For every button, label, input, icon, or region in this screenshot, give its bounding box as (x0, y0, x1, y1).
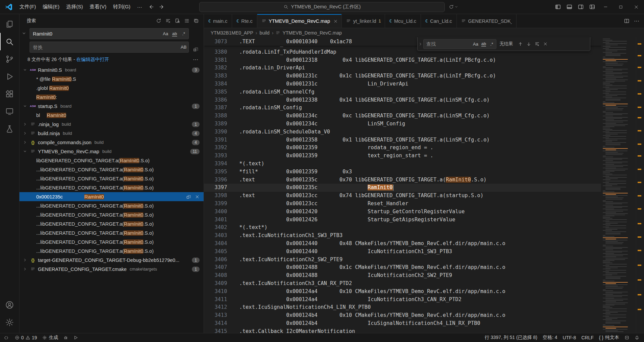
find-close-icon[interactable] (541, 40, 550, 48)
cmake-build-button[interactable]: 生成 (40, 333, 61, 342)
language-mode-indicator[interactable]: { } 纯文本 (596, 333, 622, 342)
code-line[interactable]: 3396 .text 0x0001235c 0x70 libGENERATED_… (204, 176, 601, 184)
customize-layout-icon[interactable] (586, 2, 598, 12)
toggle-search-details-icon[interactable]: ··· (192, 56, 200, 64)
chevron-right-icon[interactable] (23, 258, 30, 262)
code-line[interactable]: 3406 .text.IcuNotificationCh2_SW2_PTE9 (204, 256, 601, 264)
chevron-down-icon[interactable] (23, 149, 30, 154)
chevron-right-icon[interactable] (23, 131, 30, 135)
find-match-case-icon[interactable]: Aa (472, 40, 479, 48)
split-editor-icon[interactable] (622, 16, 631, 26)
editor-tab[interactable]: GENERATED_SDK_TARGET (457, 14, 517, 28)
tab-close-icon[interactable] (332, 18, 339, 24)
activity-extensions-icon[interactable] (0, 85, 19, 103)
encoding-indicator[interactable]: UTF-8 (560, 333, 579, 342)
search-match-row[interactable]: ...libGENERATED_CONFIG_TARGET.a(RamInit0… (19, 237, 204, 246)
replace-input[interactable] (33, 45, 179, 50)
minimap[interactable] (601, 37, 636, 333)
code-line[interactable]: 3390 .rodata.LinSM_ScheduleData_V0 (204, 128, 601, 136)
code-line[interactable]: 3400 0x00012420 Startup_GetControlRegist… (204, 208, 601, 216)
menu-goto[interactable]: 转到(G) (110, 2, 134, 12)
window-maximize-button[interactable] (613, 0, 629, 14)
overview-ruler-scrollbar[interactable] (636, 37, 644, 333)
find-previous-icon[interactable] (516, 40, 525, 48)
editor-tab[interactable]: CRte.c (232, 14, 257, 28)
code-line[interactable]: 3381 0x00012318 0x4 libGENERATED_CONFIG_… (204, 56, 601, 64)
editor-tab[interactable]: Cmain.c (204, 14, 232, 28)
find-input[interactable] (426, 41, 472, 47)
code-line[interactable]: 3404 0x00012440 0x48 CMakeFiles/YTMEVB_D… (204, 240, 601, 248)
search-result-file-row[interactable]: YTMEVB_Demo_RevC.mapbuild11 (19, 147, 204, 156)
search-result-file-row[interactable]: ASMstartup.Sboard1 (19, 102, 204, 111)
remote-indicator[interactable] (0, 333, 12, 342)
find-next-icon[interactable] (525, 40, 533, 48)
breadcrumb-item-file[interactable]: YTMEVB_Demo_RevC.map (282, 30, 342, 36)
code-line[interactable]: 3412 .text.IcuSignalNotificationCh4_LIN_… (204, 303, 601, 311)
menu-file[interactable]: 文件(F) (16, 2, 39, 12)
editor-tab[interactable]: CCan_Lld.c (421, 14, 457, 28)
search-match-row[interactable]: ...libGENERATED_CONFIG_TARGET.a(RamInit0… (19, 210, 204, 219)
chevron-right-icon[interactable] (23, 122, 30, 126)
search-match-row[interactable]: ...libGENERATED_CONFIG_TARGET.a(RamInit0… (19, 219, 204, 228)
cmake-debug-button[interactable] (61, 333, 71, 342)
code-line[interactable]: 3389 0x0001234c LinSM_Config (204, 120, 601, 128)
code-line[interactable]: 3414 0x000124b4 IcuSignalNotificationCh4… (204, 320, 601, 328)
match-case-icon[interactable]: Aa (161, 30, 170, 38)
menu-more[interactable]: ··· (134, 2, 146, 11)
indentation-indicator[interactable]: 空格: 4 (540, 333, 560, 342)
code-line[interactable]: 3410 0x000124a4 0x10 CMakeFiles/YTMEVB_D… (204, 288, 601, 296)
code-line[interactable]: 3384 0x0001231c Lin_DriverApi (204, 80, 601, 88)
search-match-row[interactable]: ...libGENERATED_CONFIG_TARGET.a(RamInit0… (19, 201, 204, 210)
code-line[interactable]: 3394 *(.text) (204, 160, 601, 168)
menu-view[interactable]: 查看(V) (86, 2, 110, 12)
breadcrumb-item-project[interactable]: YTM32B1ME0_APP (211, 30, 253, 36)
editor-tab[interactable]: YTMEVB_Demo_RevC.map (257, 14, 342, 28)
search-match-row[interactable]: ...libGENERATED_CONFIG_TARGET.a(RamInit0… (19, 165, 204, 174)
problems-indicator[interactable]: 0 19 (12, 333, 40, 342)
account-icon[interactable] (0, 296, 19, 314)
code-line[interactable]: 3388 0x0001234c 0xc libGENERATED_CONFIG_… (204, 112, 601, 120)
activity-test-icon[interactable] (0, 120, 19, 137)
code-line[interactable]: 3415 .text.Callback_I2c0MasterNotificati… (204, 328, 601, 333)
eol-indicator[interactable]: CRLF (579, 333, 596, 342)
find-toggle-replace-chevron-icon[interactable] (418, 37, 423, 51)
replace-all-icon[interactable] (192, 45, 200, 53)
search-match-row[interactable]: RamInit0: (19, 93, 204, 102)
code-line[interactable]: 3405 0x00012440 IcuNotificationCh1_SW3_P… (204, 248, 601, 256)
chevron-right-icon[interactable] (23, 267, 30, 271)
search-result-file-row[interactable]: .ninja_logbuild1 (19, 120, 204, 129)
notifications-bell-icon[interactable] (632, 333, 642, 342)
expand-all-icon[interactable] (182, 17, 191, 25)
code-line[interactable]: 3398 .text 0x000123cc 0x74 libGENERATED_… (204, 192, 601, 200)
window-close-button[interactable] (629, 0, 644, 14)
code-line[interactable]: 3382 .rodata.Lin_DriverApi (204, 64, 601, 72)
replace-match-icon[interactable] (185, 193, 192, 201)
chevron-down-icon[interactable] (23, 104, 30, 108)
code-line[interactable]: 3391 0x00012358 0x1 libGENERATED_CONFIG_… (204, 136, 601, 144)
code-line[interactable]: 3386 0x00012338 0x14 libGENERATED_CONFIG… (204, 96, 601, 104)
toggle-panel-icon[interactable] (564, 2, 575, 12)
collapse-all-icon[interactable] (192, 17, 200, 25)
code-line[interactable]: 3407 0x00012488 0x1c CMakeFiles/YTMEVB_D… (204, 264, 601, 272)
command-center-search[interactable]: YTMEVB_Demo_RevC (工作区) (199, 2, 445, 12)
search-result-file-row[interactable]: ASMRamInit0.Sboard3 (19, 65, 204, 74)
navigate-forward-icon[interactable] (157, 2, 167, 12)
code-line[interactable]: 3403 .text.IcuNotificationCh1_SW3_PTB3 (204, 232, 601, 240)
search-input[interactable] (33, 31, 161, 37)
window-minimize-button[interactable] (598, 0, 613, 14)
toggle-secondary-sidebar-icon[interactable] (575, 2, 586, 12)
cmake-launch-button[interactable] (71, 333, 81, 342)
code-line[interactable]: 3413 0x000124b4 0x10 CMakeFiles/YTMEVB_D… (204, 311, 601, 320)
menu-edit[interactable]: 编辑(E) (39, 2, 63, 12)
code-line[interactable]: 3392 0x00012359 rodata_region_end = . (204, 144, 601, 152)
activity-search-icon[interactable] (0, 33, 19, 50)
code-pane[interactable]: 3073 .TEXT 0x00010340 0x1ac78 3379 .roda… (204, 37, 601, 333)
feedback-icon[interactable] (622, 333, 632, 342)
editor-tab[interactable]: yt_linker.ld1 (342, 14, 385, 28)
breadcrumb-item-folder[interactable]: build (260, 30, 270, 36)
search-match-row[interactable]: ...libGENERATED_CONFIG_TARGET.a(RamInit0… (19, 174, 204, 183)
search-result-file-row[interactable]: {}compile_commands.jsonbuild4 (19, 138, 204, 147)
search-match-row[interactable]: * @file RamInit0.S (19, 74, 204, 83)
find-regex-icon[interactable]: .* (488, 40, 495, 48)
code-line[interactable]: 3397 0x0001235c RamInit0 (204, 184, 601, 192)
